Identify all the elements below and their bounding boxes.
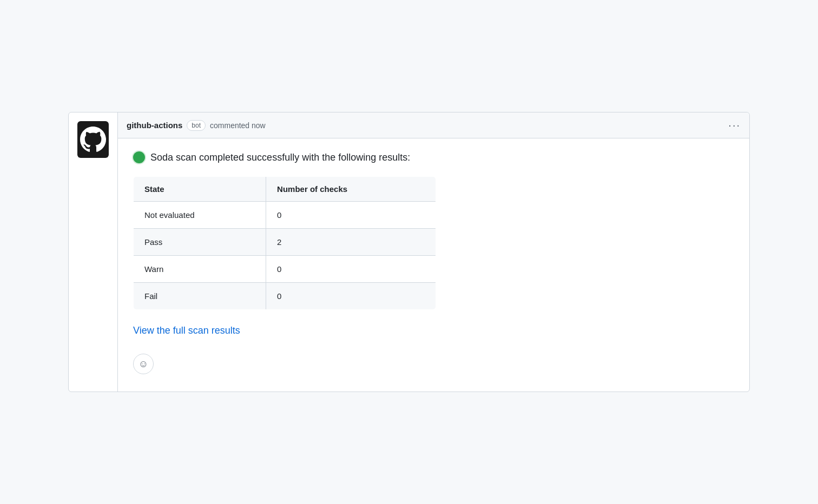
status-dot xyxy=(133,151,145,163)
comment-timestamp: commented now xyxy=(210,121,266,130)
comment-container: github-actions bot commented now ··· Sod… xyxy=(68,112,750,392)
table-row: Pass2 xyxy=(134,229,436,256)
emoji-icon: ☺ xyxy=(138,359,148,370)
scan-status-text: Soda scan completed successfully with th… xyxy=(150,152,410,163)
table-row: Not evaluated0 xyxy=(134,202,436,229)
comment-header: github-actions bot commented now ··· xyxy=(118,112,749,138)
results-table: State Number of checks Not evaluated0Pas… xyxy=(133,176,436,310)
table-header: State Number of checks xyxy=(134,177,436,202)
reaction-area: ☺ xyxy=(133,349,734,376)
cell-state: Fail xyxy=(134,283,266,310)
table-row: Fail0 xyxy=(134,283,436,310)
cell-state: Not evaluated xyxy=(134,202,266,229)
bot-badge: bot xyxy=(187,120,206,131)
col-header-checks: Number of checks xyxy=(266,177,436,202)
comment-content: Soda scan completed successfully with th… xyxy=(118,138,749,392)
emoji-reaction-button[interactable]: ☺ xyxy=(133,354,154,374)
table-header-row: State Number of checks xyxy=(134,177,436,202)
col-header-state: State xyxy=(134,177,266,202)
table-row: Warn0 xyxy=(134,256,436,283)
avatar-area xyxy=(69,112,117,167)
comment-body: github-actions bot commented now ··· Sod… xyxy=(117,112,749,392)
scan-status: Soda scan completed successfully with th… xyxy=(133,151,734,163)
author-name: github-actions xyxy=(127,121,182,130)
cell-count: 0 xyxy=(266,283,436,310)
cell-state: Warn xyxy=(134,256,266,283)
cell-count: 0 xyxy=(266,202,436,229)
avatar xyxy=(77,121,109,158)
cell-count: 2 xyxy=(266,229,436,256)
comment-header-left: github-actions bot commented now xyxy=(127,120,266,131)
more-options-button[interactable]: ··· xyxy=(728,119,741,131)
cell-state: Pass xyxy=(134,229,266,256)
cell-count: 0 xyxy=(266,256,436,283)
github-icon xyxy=(80,127,106,152)
table-body: Not evaluated0Pass2Warn0Fail0 xyxy=(134,202,436,310)
view-results-link[interactable]: View the full scan results xyxy=(133,325,240,336)
